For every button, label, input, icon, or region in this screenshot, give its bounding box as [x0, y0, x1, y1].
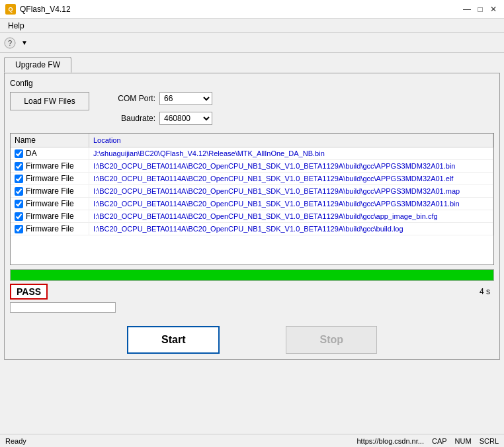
file-table: Name Location DAJ:\shuaguijian\BC20\QFla…: [11, 134, 493, 235]
file-name: Firmware File: [26, 174, 74, 183]
file-checkbox[interactable]: [15, 225, 23, 233]
title-bar-left: Q QFlash_V4.12: [5, 4, 71, 15]
title-text: QFlash_V4.12: [20, 5, 71, 14]
minimize-button[interactable]: —: [462, 4, 472, 15]
com-port-select[interactable]: 66 1 2: [159, 92, 212, 105]
file-location: I:\BC20_OCPU_BETA0114A\BC20_OpenCPU_NB1_…: [89, 223, 493, 235]
config-label: Config: [10, 79, 494, 88]
file-location: I:\BC20_OCPU_BETA0114A\BC20_OpenCPU_NB1_…: [89, 185, 493, 198]
status-bar-right: https://blog.csdn.nr... CAP NUM SCRL: [357, 437, 499, 445]
title-controls: — □ ✕: [462, 4, 499, 15]
file-location: I:\BC20_OCPU_BETA0114A\BC20_OpenCPU_NB1_…: [89, 210, 493, 223]
stop-button[interactable]: Stop: [286, 326, 377, 354]
pass-badge: PASS: [10, 284, 48, 300]
baudrate-select[interactable]: 460800 115200 921600: [159, 112, 212, 125]
table-row: Firmware FileI:\BC20_OCPU_BETA0114A\BC20…: [11, 173, 493, 185]
url-label: https://blog.csdn.nr...: [357, 437, 424, 445]
com-settings: COM Port: 66 1 2 Baudrate: 460800 115200…: [109, 92, 212, 128]
dropdown-icon[interactable]: ▼: [17, 36, 32, 50]
close-button[interactable]: ✕: [488, 4, 499, 15]
tab-upgrade-fw[interactable]: Upgrade FW: [4, 57, 71, 73]
tab-bar: Upgrade FW: [4, 57, 500, 73]
file-checkbox[interactable]: [15, 187, 23, 196]
com-port-row: COM Port: 66 1 2: [109, 92, 212, 105]
file-location: I:\BC20_OCPU_BETA0114A\BC20_OpenCPU_NB1_…: [89, 160, 493, 173]
status-row: PASS 4 s: [10, 284, 494, 300]
menu-help[interactable]: Help: [3, 20, 30, 32]
status-bar: Ready https://blog.csdn.nr... CAP NUM SC…: [0, 434, 504, 447]
file-name: Firmware File: [26, 186, 74, 196]
caps-indicator: CAP: [432, 437, 447, 445]
file-table-container: Name Location DAJ:\shuaguijian\BC20\QFla…: [10, 133, 494, 265]
content-panel: Config Load FW Files COM Port: 66 1 2 Ba…: [4, 73, 500, 360]
small-progress-bar: [10, 302, 116, 313]
table-row: Firmware FileI:\BC20_OCPU_BETA0114A\BC20…: [11, 160, 493, 173]
main-window: Upgrade FW Config Load FW Files COM Port…: [0, 53, 504, 364]
help-toolbar-icon[interactable]: ?: [3, 36, 17, 50]
file-checkbox[interactable]: [15, 212, 23, 221]
menu-bar: Help: [0, 19, 504, 33]
table-row: Firmware FileI:\BC20_OCPU_BETA0114A\BC20…: [11, 198, 493, 210]
title-bar: Q QFlash_V4.12 — □ ✕: [0, 0, 504, 19]
app-icon: Q: [5, 4, 16, 15]
table-row: DAJ:\shuaguijian\BC20\QFlash_V4.12\Relea…: [11, 147, 493, 160]
file-name: Firmware File: [26, 161, 74, 171]
baudrate-label: Baudrate:: [109, 114, 155, 123]
col-location: Location: [89, 134, 493, 147]
col-name: Name: [11, 134, 89, 147]
progress-bar-outer: [10, 269, 494, 281]
file-name: Firmware File: [26, 224, 74, 233]
file-location: J:\shuaguijian\BC20\QFlash_V4.12\Release…: [89, 147, 493, 160]
svg-text:?: ?: [8, 39, 12, 47]
file-checkbox[interactable]: [15, 200, 23, 208]
file-location: I:\BC20_OCPU_BETA0114A\BC20_OpenCPU_NB1_…: [89, 173, 493, 185]
file-name: Firmware File: [26, 212, 74, 221]
maximize-button[interactable]: □: [475, 4, 485, 15]
start-button[interactable]: Start: [127, 326, 220, 354]
toolbar: ? ▼: [0, 33, 504, 53]
load-fw-button[interactable]: Load FW Files: [10, 92, 89, 110]
com-port-label: COM Port:: [109, 94, 155, 103]
progress-bar-inner: [11, 270, 493, 280]
file-location: I:\BC20_OCPU_BETA0114A\BC20_OpenCPU_NB1_…: [89, 198, 493, 210]
file-checkbox[interactable]: [15, 175, 23, 183]
table-row: Firmware FileI:\BC20_OCPU_BETA0114A\BC20…: [11, 210, 493, 223]
file-checkbox[interactable]: [15, 162, 23, 171]
num-indicator: NUM: [455, 437, 472, 445]
scrl-indicator: SCRL: [480, 437, 499, 445]
progress-area: [10, 269, 494, 281]
file-name: Firmware File: [26, 199, 74, 208]
fw-controls: Load FW Files COM Port: 66 1 2 Baudrate:…: [10, 92, 494, 128]
time-label: 4 s: [480, 287, 494, 296]
baudrate-row: Baudrate: 460800 115200 921600: [109, 112, 212, 125]
table-row: Firmware FileI:\BC20_OCPU_BETA0114A\BC20…: [11, 223, 493, 235]
table-row: Firmware FileI:\BC20_OCPU_BETA0114A\BC20…: [11, 185, 493, 198]
file-checkbox[interactable]: [15, 149, 23, 158]
action-buttons: Start Stop: [10, 326, 494, 354]
ready-label: Ready: [5, 437, 26, 445]
file-name: DA: [26, 149, 37, 158]
